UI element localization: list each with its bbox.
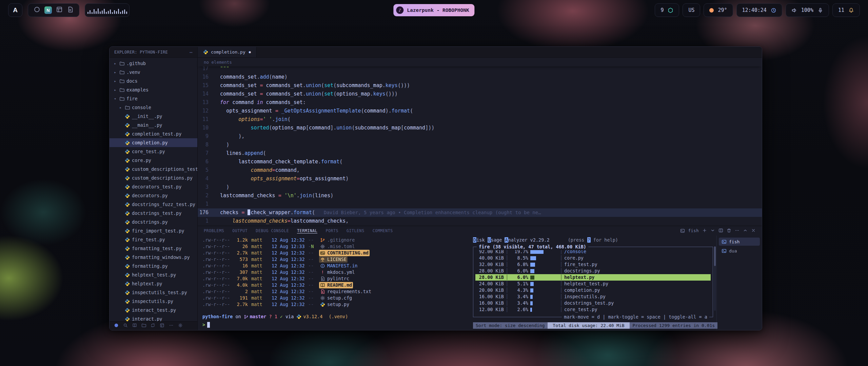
git-icon: [320, 238, 325, 243]
tree-item-docstrings-py[interactable]: docstrings.py: [110, 218, 197, 226]
keyboard-layout-widget[interactable]: US: [683, 3, 700, 17]
tree-item-core-py[interactable]: core.py: [110, 156, 197, 165]
terminal-fish-pane[interactable]: .rw-r--r--1.2kmatt12 Aug 12:32--.gitigno…: [198, 236, 470, 330]
waveform-bar: [100, 12, 101, 14]
ls-perm: .rw-r--r--: [202, 301, 234, 308]
notifications-widget[interactable]: 11: [832, 3, 860, 17]
dua-size: 28.00 KiB: [475, 274, 504, 281]
dua-separator: │: [558, 287, 564, 293]
code-text: opts_assignment = _GetOptsAssignmentTemp…: [214, 107, 413, 115]
weather-widget[interactable]: 29°: [704, 3, 733, 17]
audio-widget[interactable]: 100%: [786, 3, 829, 17]
tree-item-helptext-test-py[interactable]: helptext_test.py: [110, 270, 197, 279]
tree-item-main-py[interactable]: __main__.py: [110, 121, 197, 129]
tree-item-venv[interactable]: ▸.venv: [110, 68, 197, 77]
split-icon: [718, 228, 723, 233]
dua-separator: │: [504, 274, 510, 281]
panel-body: .rw-r--r--1.2kmatt12 Aug 12:32--.gitigno…: [198, 236, 762, 330]
terminal-tab-fish[interactable]: fish: [719, 238, 760, 246]
waveform-bar: [96, 11, 97, 14]
terminal-dua-pane[interactable]: Disk Usage Analyzer v2.29.2 (press ? for…: [470, 236, 716, 330]
shell-input-line[interactable]: >: [202, 322, 210, 328]
chevron-down-icon[interactable]: [710, 228, 715, 234]
ls-git-status: --: [308, 276, 317, 282]
media-player-widget[interactable]: ♪ Lazerpunk - ROBOPHONK: [393, 4, 474, 16]
tree-item-interact-py[interactable]: interact.py: [110, 314, 197, 321]
tree-item-helptext-py[interactable]: helptext.py: [110, 279, 197, 288]
close-icon: [751, 228, 756, 233]
terminal-tab-dua[interactable]: dua: [719, 247, 760, 255]
tree-item-docs[interactable]: ▸docs: [110, 77, 197, 85]
dua-scrollbar-thumb[interactable]: [714, 246, 716, 266]
folder-icon[interactable]: [141, 323, 146, 329]
dua-entry-name: docstrings.py: [564, 268, 711, 274]
more-icon[interactable]: [735, 228, 739, 234]
panel-tab-comments[interactable]: COMMENTS: [373, 228, 393, 233]
tree-item-completion-test-py[interactable]: completion_test.py: [110, 129, 197, 138]
tree-item-custom-descriptions-test[interactable]: custom_descriptions_test...: [110, 165, 197, 174]
tree-item-completion-py[interactable]: completion.py: [110, 138, 197, 147]
panel-tab-problems[interactable]: PROBLEMS: [204, 228, 224, 233]
ls-size: 1.2k: [234, 237, 248, 243]
editor-cursor: [248, 209, 250, 215]
app-window-icon[interactable]: [56, 6, 63, 14]
dua-bar: [528, 282, 558, 286]
search-icon[interactable]: [123, 323, 128, 329]
dua-row-core-py: 40.00 KiB│8.5%│core.py: [475, 255, 711, 261]
plus-icon[interactable]: [702, 228, 707, 234]
modified-dot-icon[interactable]: ●: [249, 50, 251, 54]
tree-item-formatting-windows-py[interactable]: formatting_windows.py: [110, 253, 197, 262]
panel-tab-terminal[interactable]: TERMINAL: [297, 228, 317, 233]
ls-file-mkdocs-yml: mkdocs.yml: [319, 269, 356, 276]
dua-bar-fill: [530, 263, 535, 267]
terminal-profile-label[interactable]: fish: [688, 228, 699, 233]
updates-widget[interactable]: 9: [655, 3, 679, 17]
app-circle-icon[interactable]: [34, 6, 40, 14]
split-icon[interactable]: [718, 228, 723, 234]
tree-item-docstrings-fuzz-test-py[interactable]: docstrings_fuzz_test.py: [110, 200, 197, 209]
gear-icon[interactable]: [178, 323, 183, 329]
tree-item-examples[interactable]: ▸examples: [110, 85, 197, 94]
tree-item-fire-test-py[interactable]: fire_test.py: [110, 235, 197, 244]
tree-item-github[interactable]: ▸.github: [110, 59, 197, 68]
tree-item-init-py[interactable]: __init__.py: [110, 112, 197, 121]
launcher-button[interactable]: A: [8, 3, 22, 17]
more-icon[interactable]: [169, 323, 174, 329]
clock-widget[interactable]: 12:40:24: [736, 3, 782, 17]
ls-user: matt: [251, 250, 269, 256]
tree-item-console[interactable]: ▸console: [110, 103, 197, 112]
line-number: 3: [198, 183, 214, 191]
remote-icon[interactable]: [114, 323, 119, 329]
tree-item-docstrings-test-py[interactable]: docstrings_test.py: [110, 209, 197, 218]
window-icon[interactable]: [160, 323, 164, 329]
audio-visualizer: [85, 3, 130, 17]
tree-item-interact-test-py[interactable]: interact_test.py: [110, 306, 197, 314]
tree-item-core-test-py[interactable]: core_test.py: [110, 147, 197, 156]
tab-completion-py[interactable]: completion.py ●: [198, 47, 257, 57]
panel-tab-gitlens[interactable]: GITLENS: [347, 228, 364, 233]
more-icon: [735, 228, 739, 233]
dua-scrollbar[interactable]: [714, 246, 716, 311]
sync-icon[interactable]: [151, 323, 155, 329]
breadcrumb[interactable]: no elements: [198, 58, 762, 66]
book-icon[interactable]: [132, 323, 137, 329]
tree-item-inspectutils-py[interactable]: inspectutils.py: [110, 297, 197, 306]
panel-tab-debug-console[interactable]: DEBUG CONSOLE: [256, 228, 289, 233]
code-editor[interactable]: 17 """16 commands_set.add(name)15 comman…: [198, 66, 762, 226]
tree-item-decorators-py[interactable]: decorators.py: [110, 191, 197, 200]
tree-item-fire-import-test-py[interactable]: fire_import_test.py: [110, 226, 197, 235]
tree-item-formatting-py[interactable]: formatting.py: [110, 262, 197, 270]
panel-tab-ports[interactable]: PORTS: [326, 228, 338, 233]
app-doc-icon[interactable]: [67, 6, 74, 14]
tree-item-fire[interactable]: ▾fire: [110, 94, 197, 103]
tree-item-custom-descriptions-py[interactable]: custom_descriptions.py: [110, 174, 197, 182]
tree-item-inspectutils-test-py[interactable]: inspectutils_test.py: [110, 288, 197, 297]
panel-tab-output[interactable]: OUTPUT: [232, 228, 248, 233]
trash-icon[interactable]: [727, 228, 731, 234]
tree-item-formatting-test-py[interactable]: formatting_test.py: [110, 244, 197, 253]
tree-item-decorators-test-py[interactable]: decorators_test.py: [110, 182, 197, 191]
neovim-icon[interactable]: N: [44, 6, 52, 14]
explorer-more-actions[interactable]: ⋯: [190, 49, 193, 55]
close-icon[interactable]: [751, 228, 756, 234]
chevron-up-icon[interactable]: [743, 228, 748, 234]
